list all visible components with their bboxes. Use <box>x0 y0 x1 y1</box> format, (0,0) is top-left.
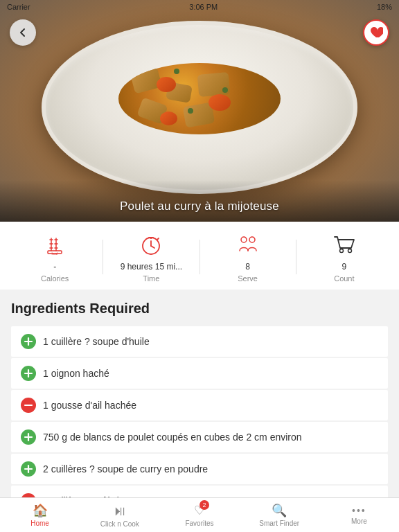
ingredient-text: 1 oignon haché <box>43 368 109 379</box>
serve-label: Serve <box>238 274 258 283</box>
tab-favorites[interactable]: ♡ 2 Favorites <box>159 499 239 531</box>
tab-smartfinder[interactable]: 🔍 Smart Finder <box>240 499 319 531</box>
hero-image: Poulet au curry à la mijoteuse <box>0 0 399 222</box>
tab-favorites-label: Favorites <box>185 520 213 527</box>
ingredient-item: 1 cuillère ? soupe d'huile <box>11 326 388 357</box>
svg-line-7 <box>157 238 159 240</box>
time-label: Time <box>143 274 159 283</box>
count-label: Count <box>334 274 354 283</box>
svg-line-4 <box>151 246 154 248</box>
ingredients-list: 1 cuillère ? soupe d'huile1 oignon haché… <box>11 326 388 503</box>
clickncook-icon: ⏯ <box>113 503 127 519</box>
serve-value: 8 <box>245 262 250 272</box>
svg-point-10 <box>339 249 343 253</box>
tab-bar: 🏠 Home ⏯ Click n Cook ♡ 2 Favorites 🔍 Sm… <box>0 497 399 532</box>
ingredient-text: 2 cuillères ? soupe de curry en poudre <box>43 463 208 475</box>
ingredient-item: 2 cuillères ? soupe de curry en poudre <box>11 454 388 484</box>
count-value: 9 <box>342 262 347 272</box>
add-ingredient-icon[interactable] <box>21 334 36 349</box>
smartfinder-icon: 🔍 <box>272 503 287 518</box>
ingredient-item: 750 g de blancs de poulet coupés en cube… <box>11 422 388 452</box>
ingredient-item: 1 oignon haché <box>11 358 388 389</box>
recipe-title: Poulet au curry à la mijoteuse <box>120 200 279 213</box>
cart-icon <box>329 231 360 259</box>
tab-home-label: Home <box>30 520 49 527</box>
tab-home[interactable]: 🏠 Home <box>0 499 80 531</box>
ingredient-text: 1 gousse d'ail hachée <box>43 400 136 411</box>
carrier-label: Carrier <box>7 3 30 11</box>
svg-point-9 <box>249 237 255 242</box>
time-label: 3:06 PM <box>189 3 218 11</box>
heart-icon <box>369 26 383 39</box>
back-icon <box>18 28 28 37</box>
battery-label: 18% <box>377 3 392 11</box>
time-value: 9 heures 15 mi... <box>121 262 182 272</box>
stat-serve: 8 Serve <box>200 231 296 283</box>
serve-icon <box>233 231 263 259</box>
ingredients-title: Ingredients Required <box>11 301 388 317</box>
status-bar: Carrier 3:06 PM 18% <box>0 0 399 14</box>
tab-clickncook-label: Click n Cook <box>100 520 139 528</box>
plate <box>42 21 357 194</box>
calories-label: Calories <box>41 274 69 283</box>
tab-smartfinder-label: Smart Finder <box>259 520 299 527</box>
home-icon: 🏠 <box>33 503 48 518</box>
tab-more[interactable]: ••• More <box>319 501 399 529</box>
add-ingredient-icon[interactable] <box>21 461 36 477</box>
calories-icon: kcal <box>39 231 70 259</box>
hero-overlay: Poulet au curry à la mijoteuse <box>0 180 399 222</box>
stat-calories: kcal - Calories <box>7 231 103 283</box>
time-icon <box>136 231 166 259</box>
tab-more-label: More <box>351 517 367 525</box>
svg-point-8 <box>241 237 247 242</box>
calories-value: - <box>53 262 56 272</box>
food-content <box>118 63 281 134</box>
remove-ingredient-icon[interactable] <box>21 398 36 413</box>
add-ingredient-icon[interactable] <box>21 366 36 381</box>
add-ingredient-icon[interactable] <box>21 429 36 445</box>
more-icon: ••• <box>352 505 366 516</box>
ingredients-section: Ingredients Required 1 cuillère ? soupe … <box>0 290 399 503</box>
stat-time: 9 heures 15 mi... Time <box>103 231 199 283</box>
favorite-button[interactable] <box>363 19 389 46</box>
favorites-badge: 2 <box>200 500 209 510</box>
ingredient-text: 750 g de blancs de poulet coupés en cube… <box>43 432 302 443</box>
ingredient-text: 1 cuillère ? soupe d'huile <box>43 336 150 347</box>
ingredient-item: 1 gousse d'ail hachée <box>11 390 388 420</box>
svg-point-11 <box>348 249 351 253</box>
tab-clickncook[interactable]: ⏯ Click n Cook <box>80 499 159 532</box>
back-button[interactable] <box>10 19 36 46</box>
stats-row: kcal - Calories 9 heures 15 mi... Time <box>0 222 399 290</box>
svg-text:kcal: kcal <box>52 251 58 256</box>
stat-count: 9 Count <box>296 231 392 283</box>
